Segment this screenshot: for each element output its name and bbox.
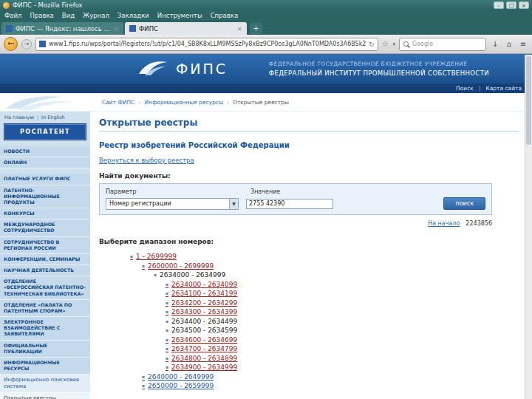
sidebar-item[interactable]: Новости <box>0 146 90 157</box>
range-link[interactable]: 1 - 2699999 <box>130 252 177 262</box>
page-body: На главную|In English РОСПАТЕНТ НовостиО… <box>0 112 532 399</box>
sidebar-item[interactable]: Отделение «Всероссийская патентно-технич… <box>0 276 90 300</box>
header-link[interactable]: Карта сайта <box>485 85 522 92</box>
find-documents-label: Найти документы: <box>99 172 519 180</box>
sidebar-sub-item[interactable]: Информационно-поисковая система <box>0 375 90 393</box>
scrollbar-thumb[interactable] <box>526 56 531 145</box>
form-labels: Параметр Значение <box>106 188 485 195</box>
page-favicon <box>39 41 46 47</box>
sidebar-item[interactable]: Международное сотрудничество <box>0 219 90 236</box>
register-title: Реестр изобретений Российской Федерации <box>99 141 519 149</box>
breadcrumb: Сайт ФИПС›Информационные ресурсы›Открыты… <box>102 99 289 106</box>
sidebar-menu: НовостиОнлайнПлатные услуги ФИПСПатентно… <box>0 146 90 375</box>
bookmark-dropdown-icon[interactable]: ▾ <box>392 41 395 47</box>
sidebar-sub-item[interactable]: Открытые реестры <box>0 393 90 399</box>
sidebar-item[interactable]: Официальные публикации <box>0 341 90 358</box>
value-label: Значение <box>250 188 280 195</box>
reload-icon[interactable]: ↻ <box>369 41 375 48</box>
range-link[interactable]: 2650000 - 2659999 <box>142 381 214 391</box>
breadcrumb-part[interactable]: Информационные ресурсы <box>144 99 223 106</box>
back-to-register-select-link[interactable]: Вернуться к выбору реестра <box>99 157 194 164</box>
tab-bar: ФИПС — Яндекс: нашлось 31 млн результато… <box>0 21 532 35</box>
range-link[interactable]: 2634800 - 2634899 <box>166 354 237 364</box>
menu-item[interactable]: Файл <box>4 12 21 19</box>
sidebar-item[interactable]: Онлайн <box>0 157 90 168</box>
range-link[interactable]: 2634600 - 2634699 <box>166 335 237 345</box>
sidebar-top-link[interactable]: In English <box>41 115 65 120</box>
menu-item[interactable]: Журнал <box>83 12 109 19</box>
range-link[interactable]: 2634700 - 2634799 <box>166 344 237 354</box>
range-link[interactable]: 2634400 - 2634499 <box>166 317 237 327</box>
maximize-icon[interactable]: □ <box>506 1 516 9</box>
sidebar-top-link[interactable]: | <box>37 115 38 120</box>
organization-line2: ФЕДЕРАЛЬНЫЙ ИНСТИТУТ ПРОМЫШЛЕННОЙ СОБСТВ… <box>269 69 489 77</box>
minimize-icon[interactable]: – <box>494 1 504 9</box>
sidebar-top-link[interactable]: На главную <box>4 115 34 120</box>
breadcrumb-part[interactable]: Сайт ФИПС <box>102 99 134 106</box>
menu-item[interactable]: Правка <box>30 12 53 19</box>
breadcrumb-part[interactable]: Открытые реестры <box>233 99 289 106</box>
sidebar-item[interactable]: Патентно-информационные продукты <box>0 185 90 209</box>
search-button[interactable]: поиск <box>443 197 485 210</box>
menu-icon[interactable]: ≡ <box>518 40 528 48</box>
sidebar-item[interactable]: Информационные ресурсы <box>0 358 90 375</box>
downloads-icon[interactable]: ↓ <box>490 40 500 48</box>
range-link[interactable]: 2634300 - 2634399 <box>166 307 237 317</box>
sidebar-item[interactable]: Конкурсы <box>0 208 90 219</box>
header-link[interactable]: Поиск <box>456 85 474 92</box>
tab-favicon <box>6 25 13 32</box>
total-documents-count: 2243856 <box>466 220 492 227</box>
home-icon[interactable]: ⌂ <box>504 40 514 48</box>
range-link[interactable]: 2634500 - 2634599 <box>166 326 237 335</box>
organization-name: ФЕДЕРАЛЬНОЕ ГОСУДАРСТВЕННОЕ БЮДЖЕТНОЕ УЧ… <box>269 61 489 77</box>
range-link[interactable]: 2600000 - 2699999 <box>142 262 214 271</box>
sidebar-submenu: Информационно-поисковая системаОткрытые … <box>0 375 90 399</box>
header-link[interactable]: | <box>479 85 481 92</box>
rospatent-button[interactable]: РОСПАТЕНТ <box>4 124 86 140</box>
range-link[interactable]: 2634000 - 2634999 <box>154 270 225 280</box>
vertical-scrollbar[interactable] <box>525 55 532 399</box>
range-link[interactable]: 2634000 - 2634099 <box>166 280 237 290</box>
menu-item[interactable]: Вид <box>62 12 75 19</box>
window-title: ФИПС - Mozilla Firefox <box>13 1 491 9</box>
sidebar-item[interactable]: Электронное взаимодействие с заявителями <box>0 317 90 341</box>
sidebar-item[interactable]: Научная деятельность <box>0 265 90 276</box>
range-link[interactable]: 2640000 - 2649999 <box>142 372 214 382</box>
sidebar-item[interactable]: Отделение «Палата по патентным спорам» <box>0 300 90 317</box>
tab-close-icon[interactable]: × <box>236 25 242 33</box>
tab-close-icon[interactable]: × <box>113 25 119 33</box>
range-link[interactable]: 2634200 - 2634299 <box>166 299 237 308</box>
close-icon[interactable]: × <box>519 1 529 9</box>
bookmark-star-icon[interactable]: ☆ <box>382 39 389 49</box>
sidebar-item[interactable]: Сотрудничество в регионах России <box>0 237 90 254</box>
sidebar-item[interactable]: Конференции, семинары <box>0 254 90 265</box>
sidebar-item[interactable]: Платные услуги ФИПС <box>0 174 90 185</box>
url-text[interactable]: www1.fips.ru/wps/portal/Registers/!ut/p/… <box>49 41 366 47</box>
window-controls: – □ × <box>494 1 529 9</box>
url-bar[interactable]: www1.fips.ru/wps/portal/Registers/!ut/p/… <box>35 38 378 51</box>
new-tab-button[interactable]: + <box>250 23 262 34</box>
document-search-form: Параметр Значение Номер регистрации ▼ по… <box>99 183 492 215</box>
search-box[interactable]: Google <box>399 38 486 51</box>
registration-number-input[interactable] <box>246 199 333 209</box>
breadcrumb-part[interactable]: › <box>227 99 229 106</box>
window-titlebar: ФИПС - Mozilla Firefox – □ × <box>0 0 532 10</box>
range-link[interactable]: 2634100 - 2634199 <box>166 289 237 299</box>
browser-tab[interactable]: ФИПС — Яндекс: нашлось 31 млн результато… <box>1 22 123 35</box>
fips-watermark-icon <box>3 94 92 111</box>
parameter-label: Параметр <box>106 188 250 195</box>
search-placeholder[interactable]: Google <box>412 41 433 47</box>
forward-button[interactable]: → <box>21 39 32 50</box>
main-content: Открытые реестры Реестр изобретений Росс… <box>90 112 532 391</box>
select-arrow-icon[interactable]: ▼ <box>229 199 238 209</box>
browser-tab[interactable]: ФИПС × <box>125 22 247 35</box>
menu-item[interactable]: Закладки <box>117 12 149 19</box>
go-to-start-link[interactable]: На начало <box>428 220 460 227</box>
menu-item[interactable]: Справка <box>211 12 238 19</box>
range-prompt: Выберите диапазон номеров: <box>99 238 519 245</box>
menu-item[interactable]: Инструменты <box>157 12 202 19</box>
back-button[interactable]: ← <box>4 37 18 51</box>
parameter-select[interactable]: Номер регистрации ▼ <box>106 198 239 210</box>
range-link[interactable]: 2634900 - 2634999 <box>166 363 237 372</box>
breadcrumb-part[interactable]: › <box>138 99 140 106</box>
